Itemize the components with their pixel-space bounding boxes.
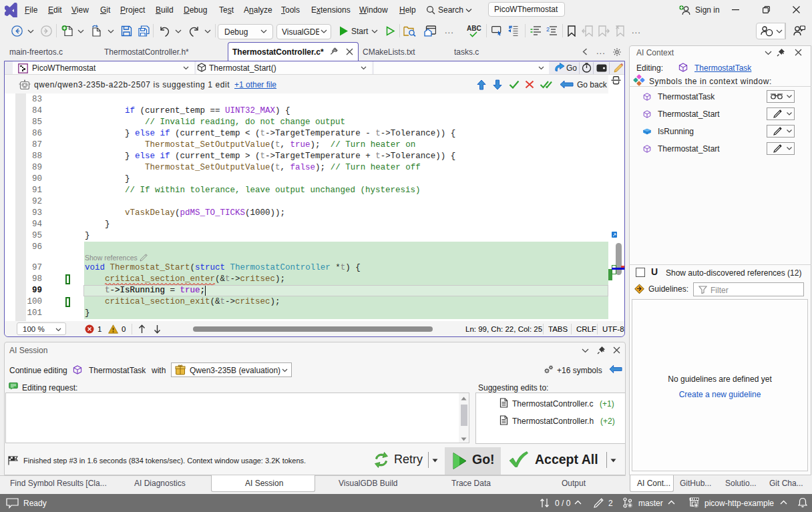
svg-text:2: 2 — [546, 26, 550, 33]
